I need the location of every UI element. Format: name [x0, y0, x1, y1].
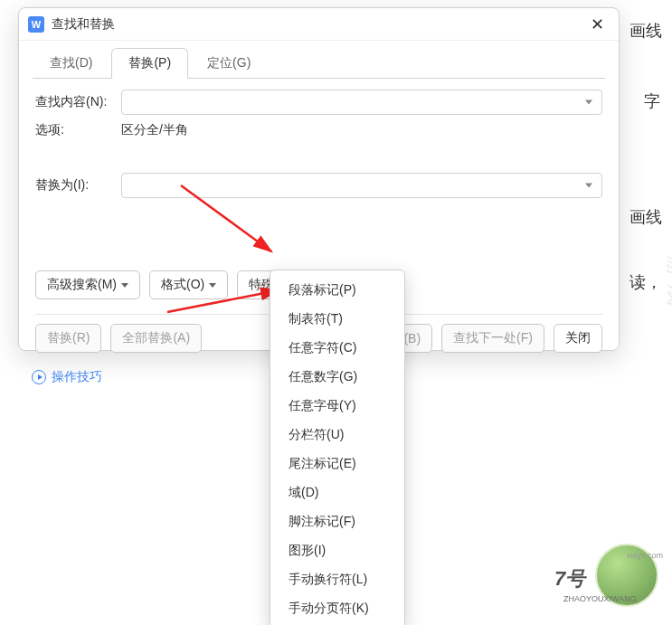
options-value: 区分全/半角 — [121, 122, 188, 138]
chevron-down-icon — [121, 283, 128, 288]
replace-label: 替换为(I): — [35, 177, 121, 194]
watermark-main-text: 7号 — [554, 565, 585, 592]
watermark-side-text: 游戏 — [662, 255, 672, 313]
menu-item-endnote-mark[interactable]: 尾注标记(E) — [270, 450, 404, 478]
watermark-logo: 7号 ZHAOYOUXIWANG xiayx.com — [554, 544, 663, 616]
watermark-url: xiayx.com — [627, 551, 663, 560]
replace-input[interactable] — [121, 173, 602, 198]
menu-item-manual-line-break[interactable]: 手动换行符(L) — [270, 565, 404, 594]
menu-item-column-break[interactable]: 分栏符(U) — [270, 421, 404, 450]
menu-item-any-char[interactable]: 任意字符(C) — [270, 334, 404, 363]
advanced-search-label: 高级搜索(M) — [47, 277, 117, 293]
form-area: 查找内容(N): 选项: 区分全/半角 替换为(I): — [19, 79, 619, 216]
tips-link[interactable]: 操作技巧 — [52, 369, 102, 385]
replace-button[interactable]: 替换(R) — [35, 324, 101, 353]
format-button[interactable]: 格式(O) — [149, 270, 228, 299]
menu-item-manual-page-break[interactable]: 手动分页符(K) — [270, 594, 404, 623]
app-icon: W — [28, 16, 44, 33]
tab-goto[interactable]: 定位(G) — [190, 48, 268, 78]
advanced-search-button[interactable]: 高级搜索(M) — [35, 270, 140, 299]
bg-text: 画线 — [629, 20, 662, 42]
info-icon — [32, 370, 46, 384]
tab-replace[interactable]: 替换(P) — [111, 48, 188, 78]
find-next-button[interactable]: 查找下一处(F) — [441, 324, 544, 353]
chevron-down-icon — [209, 283, 216, 288]
titlebar: W 查找和替换 ✕ — [19, 8, 619, 41]
menu-item-paragraph-mark[interactable]: 段落标记(P) — [270, 276, 404, 305]
replace-all-button[interactable]: 全部替换(A) — [110, 324, 202, 353]
tabbar: 查找(D) 替换(P) 定位(G) — [19, 41, 619, 78]
close-button[interactable]: 关闭 — [554, 324, 602, 353]
bg-text: 字 — [644, 90, 660, 112]
tab-find[interactable]: 查找(D) — [33, 48, 109, 78]
find-label: 查找内容(N): — [35, 94, 121, 110]
menu-item-tab-char[interactable]: 制表符(T) — [270, 305, 404, 334]
bg-text: 读， — [629, 271, 662, 293]
menu-item-graphic[interactable]: 图形(I) — [270, 536, 404, 565]
find-input[interactable] — [121, 90, 602, 115]
options-label: 选项: — [35, 122, 121, 138]
close-icon[interactable]: ✕ — [584, 12, 610, 37]
menu-item-footnote-mark[interactable]: 脚注标记(F) — [270, 507, 404, 536]
special-format-menu: 段落标记(P) 制表符(T) 任意字符(C) 任意数字(G) 任意字母(Y) 分… — [270, 270, 405, 625]
menu-item-field[interactable]: 域(D) — [270, 478, 404, 507]
menu-item-any-letter[interactable]: 任意字母(Y) — [270, 392, 404, 421]
dialog-title: 查找和替换 — [52, 16, 584, 33]
bg-text: 画线 — [629, 206, 662, 228]
watermark-sub-text: ZHAOYOUXIWANG — [563, 594, 637, 603]
format-label: 格式(O) — [161, 277, 204, 293]
menu-item-any-digit[interactable]: 任意数字(G) — [270, 363, 404, 392]
